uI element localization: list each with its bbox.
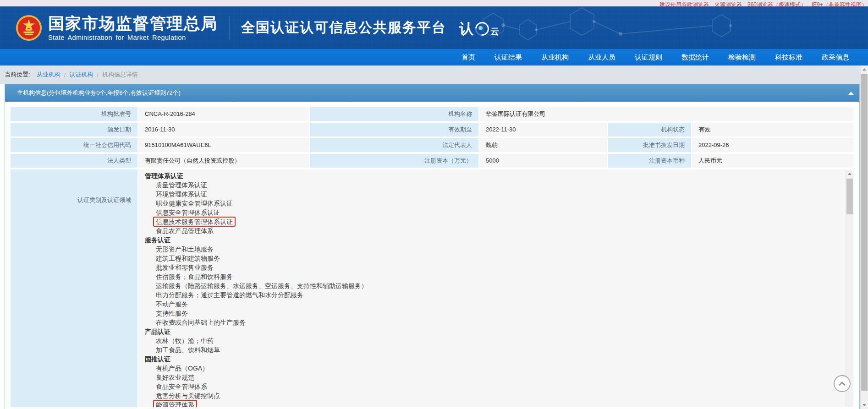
scope-item: 质量管理体系认证 <box>145 180 835 190</box>
field-value: 2016-11-30 <box>138 123 309 136</box>
list-scrollbar[interactable] <box>846 170 853 407</box>
browser-notice-bar: 建议使用谷歌浏览器、火狐浏览器、360浏览器（极速模式）、IE9+（非兼容性视图… <box>0 0 868 6</box>
field-label: 颁发日期 <box>11 123 137 136</box>
nav-item-7[interactable]: 检验检测 <box>720 49 764 65</box>
highlighted-scope-item: 信息技术服务管理体系认证 <box>153 217 236 227</box>
nav-item-1[interactable]: 首页 <box>454 49 483 65</box>
agency-title-block: 国家市场监督管理总局 State Administration for Mark… <box>48 14 218 41</box>
nav-item-4[interactable]: 从业人员 <box>580 49 623 65</box>
field-label: 法人类型 <box>11 154 137 168</box>
agency-name-cn: 国家市场监督管理总局 <box>48 14 218 33</box>
collapse-arrow-icon[interactable] <box>848 92 854 95</box>
breadcrumb-item-3: 机构信息详情 <box>102 71 138 79</box>
scope-item: 信息技术服务管理体系认证 <box>145 217 835 226</box>
scope-item: 不动产服务 <box>145 300 835 309</box>
list-scrollbar-thumb[interactable] <box>846 179 853 214</box>
field-label: 注册资本币种 <box>608 154 691 168</box>
cert-scope-list: 管理体系认证质量管理体系认证环境管理体系认证职业健康安全管理体系认证信息安全管理… <box>138 169 854 407</box>
browser-notice-text: 建议使用谷歌浏览器、火狐浏览器、360浏览器（极速模式）、IE9+（非兼容性视图… <box>659 1 868 6</box>
field-label: 机构状态 <box>608 123 691 136</box>
agency-name-en: State Administration for Market Regulati… <box>48 34 218 41</box>
section-title: 主机构信息(分包境外机构业务0个,年报6个,有效认证规则72个) <box>17 89 181 96</box>
nav-item-8[interactable]: 科技标准 <box>767 49 810 65</box>
table-row: 颁发日期2016-11-30有效期至2022-11-30机构状态有效 <box>11 123 854 136</box>
page-scrollbar[interactable] <box>860 65 868 409</box>
scope-item: 批发业和零售业服务 <box>145 263 835 272</box>
table-row: 法人类型有限责任公司（自然人投资或控股）注册资本（万元）5000注册资本币种人民… <box>11 154 854 168</box>
scope-item: 运输服务（陆路运输服务、水运服务、空运服务、支持性和辅助运输服务） <box>145 281 835 290</box>
breadcrumb-separator: / <box>64 71 66 78</box>
field-label: 机构名称 <box>310 107 478 121</box>
field-label: 批准书换发日期 <box>608 138 691 152</box>
scope-item: 能源管理体系 <box>145 400 835 407</box>
scope-item: 电力分配服务；通过主要管道的燃气和水分分配服务 <box>145 290 835 300</box>
nav-item-9[interactable]: 政采信息 <box>814 49 857 65</box>
main-nav: 首页认证结果从业机构从业人员认证规则数据统计检验检测科技标准政采信息 <box>0 49 868 65</box>
nav-item-3[interactable]: 从业机构 <box>533 49 577 65</box>
scope-item: 无形资产和土地服务 <box>145 245 835 254</box>
field-value: 2022-09-26 <box>692 138 854 152</box>
page-scrollbar-thumb[interactable] <box>861 74 868 391</box>
nav-item-6[interactable]: 数据统计 <box>674 49 717 65</box>
scope-item: 职业健康安全管理体系认证 <box>145 199 835 208</box>
field-label: 机构批准号 <box>11 107 137 121</box>
breadcrumb-item-2[interactable]: 认证机构 <box>69 71 93 79</box>
site-header: 国家市场监督管理总局 State Administration for Mark… <box>0 6 868 49</box>
chevron-up-icon <box>839 382 846 389</box>
page: 建议使用谷歌浏览器、火狐浏览器、360浏览器（极速模式）、IE9+（非兼容性视图… <box>0 0 868 409</box>
cert-scope-label: 认证类别及认证领域 <box>11 169 137 407</box>
scope-item: 农林（牧）渔；中药 <box>145 336 835 345</box>
national-emblem-logo <box>16 15 42 41</box>
section-header: 主机构信息(分包境外机构业务0个,年报6个,有效认证规则72个) <box>5 84 859 102</box>
field-label: 法定代表人 <box>310 138 478 152</box>
table-row: 机构批准号CNCA-R-2016-284机构名称华鉴国际认证有限公司 <box>11 107 854 121</box>
field-value: CNCA-R-2016-284 <box>138 107 309 121</box>
field-value: 5000 <box>479 154 607 168</box>
field-value: 91510100MA61WAUE6L <box>138 138 309 152</box>
ren-e-yun-logo: 认 云 <box>459 19 499 38</box>
field-value: 人民币元 <box>692 154 854 168</box>
field-value: 华鉴国际认证有限公司 <box>479 107 854 121</box>
scope-item: 有机产品（OGA） <box>145 364 835 373</box>
nav-item-2[interactable]: 认证结果 <box>487 49 530 65</box>
page-scrollbar-down-icon[interactable] <box>861 401 868 409</box>
back-to-top-button[interactable] <box>834 375 851 392</box>
breadcrumb: 当前位置: 从业机构/认证机构/机构信息详情 <box>0 65 868 84</box>
scope-category: 国推认证 <box>145 354 835 364</box>
breadcrumb-prefix: 当前位置: <box>5 71 30 79</box>
scope-item: 在收费或合同基础上的生产服务 <box>145 318 835 327</box>
field-label: 统一社会信用代码 <box>11 138 137 152</box>
table-row: 统一社会信用代码91510100MA61WAUE6L法定代表人魏萌批准书换发日期… <box>11 138 854 152</box>
scope-item: 住宿服务；食品和饮料服务 <box>145 272 835 281</box>
scope-item: 食品农产品管理体系 <box>145 226 835 235</box>
scope-category: 服务认证 <box>145 235 835 245</box>
field-label: 注册资本（万元） <box>310 154 478 168</box>
field-value: 有限责任公司（自然人投资或控股） <box>138 154 309 168</box>
logo-ren-char: 认 <box>459 19 473 38</box>
scope-item: 环境管理体系认证 <box>145 190 835 199</box>
cert-scope-row: 认证类别及认证领域 管理体系认证质量管理体系认证环境管理体系认证职业健康安全管理… <box>11 169 854 407</box>
field-value: 2022-11-30 <box>479 123 607 136</box>
highlighted-scope-item: 能源管理体系 <box>153 400 197 407</box>
scope-item: 信息安全管理体系认证 <box>145 208 835 217</box>
page-scrollbar-up-icon[interactable] <box>861 65 868 73</box>
breadcrumb-separator: / <box>97 71 99 78</box>
platform-title: 全国认证认可信息公共服务平台 <box>241 18 446 37</box>
cert-scope-list-area: 管理体系认证质量管理体系认证环境管理体系认证职业健康安全管理体系认证信息安全管理… <box>138 169 854 407</box>
breadcrumb-item-1[interactable]: 从业机构 <box>37 71 60 79</box>
scope-category: 管理体系认证 <box>145 171 835 180</box>
nav-item-5[interactable]: 认证规则 <box>627 49 670 65</box>
scope-item: 建筑工程和建筑物服务 <box>145 254 835 263</box>
org-info-table: 机构批准号CNCA-R-2016-284机构名称华鉴国际认证有限公司颁发日期20… <box>5 102 859 407</box>
list-scrollbar-up-icon[interactable] <box>846 170 853 178</box>
field-value: 有效 <box>692 123 854 136</box>
logo-yun-char: 云 <box>490 26 499 38</box>
field-label: 有效期至 <box>310 123 478 136</box>
logo-e-swirl-icon <box>472 19 492 38</box>
scope-item: 加工食品、饮料和烟草 <box>145 345 835 354</box>
scope-item: 支持性服务 <box>145 309 835 318</box>
header-divider <box>230 16 230 40</box>
info-rows: 机构批准号CNCA-R-2016-284机构名称华鉴国际认证有限公司颁发日期20… <box>11 107 854 168</box>
field-value: 魏萌 <box>479 138 607 152</box>
scope-item: 食品安全管理体系 <box>145 382 835 391</box>
